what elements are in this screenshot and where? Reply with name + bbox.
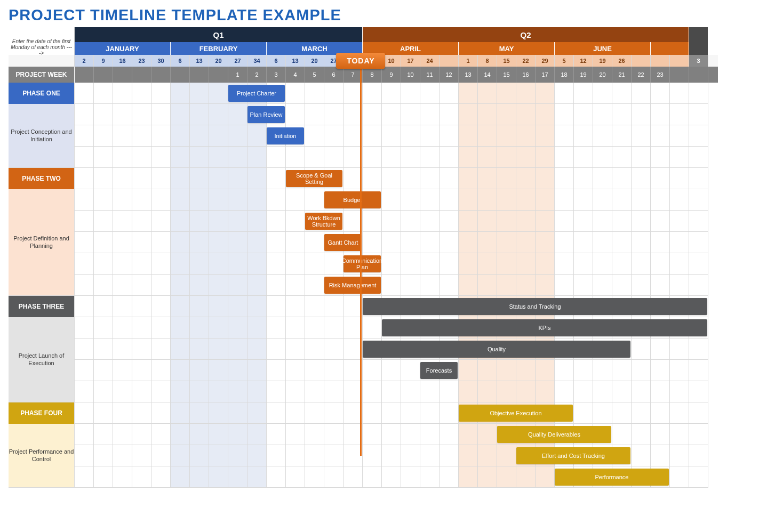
week-cell: 14	[478, 67, 497, 83]
week-cell	[171, 67, 190, 83]
task-bar[interactable]: Quality Deliverables	[497, 426, 611, 443]
day-cell: 19	[593, 55, 612, 67]
week-cell: 20	[593, 67, 612, 83]
day-cell	[670, 55, 689, 67]
day-cell	[651, 55, 670, 67]
quarter-header	[689, 27, 708, 42]
quarter-header: Q1	[75, 27, 363, 42]
week-cell: 6	[324, 67, 343, 83]
task-bar[interactable]: Quality	[363, 341, 630, 358]
task-bar[interactable]: Initiation	[267, 127, 304, 144]
day-cell: 13	[190, 55, 209, 67]
task-bar[interactable]: Project Charter	[228, 85, 285, 102]
day-cell: 26	[612, 55, 632, 67]
quarter-header: Q2	[363, 27, 689, 42]
month-header: JANUARY	[75, 42, 171, 55]
day-cell: 13	[286, 55, 305, 67]
day-cell: 8	[478, 55, 497, 67]
project-week-label: PROJECT WEEK	[9, 67, 75, 83]
week-cell: 22	[632, 67, 651, 83]
month-header: MAY	[459, 42, 555, 55]
week-cell: 4	[286, 67, 305, 83]
task-bar[interactable]: Objective Execution	[459, 405, 573, 422]
week-cell	[94, 67, 113, 83]
phase-header: PHASE THREE	[9, 296, 75, 317]
week-cell: 21	[612, 67, 632, 83]
week-cell: 3	[267, 67, 286, 83]
week-cell: 15	[497, 67, 516, 83]
month-header: JUNE	[555, 42, 651, 55]
week-cell: 5	[305, 67, 324, 83]
week-cell	[190, 67, 209, 83]
week-cell	[132, 67, 151, 83]
day-cell: 6	[267, 55, 286, 67]
day-cell: 34	[247, 55, 267, 67]
phase-header: PHASE TWO	[9, 168, 75, 189]
day-cell	[440, 55, 459, 67]
task-bar[interactable]: Gantt Chart	[324, 234, 362, 251]
week-cell: 8	[363, 67, 382, 83]
task-bar[interactable]: Work Bkdwn Structure	[305, 213, 342, 230]
day-cell	[632, 55, 651, 67]
week-cell: 16	[516, 67, 536, 83]
day-cell: 15	[497, 55, 516, 67]
day-cell: 1	[459, 55, 478, 67]
week-cell	[151, 67, 171, 83]
week-cell: 10	[401, 67, 420, 83]
task-bar[interactable]: Communication Plan	[343, 255, 381, 272]
week-cell	[113, 67, 132, 83]
today-label: TODAY	[336, 53, 385, 69]
day-cell: 30	[151, 55, 171, 67]
day-cell: 23	[132, 55, 151, 67]
week-cell	[209, 67, 228, 83]
day-cell: 5	[555, 55, 574, 67]
month-header	[689, 42, 708, 55]
week-cell: 13	[459, 67, 478, 83]
day-cell: 6	[171, 55, 190, 67]
day-cell: 9	[94, 55, 113, 67]
date-hint: Enter the date of the first Monday of ea…	[9, 27, 75, 67]
week-cell: 17	[536, 67, 555, 83]
week-cell: 11	[420, 67, 440, 83]
day-cell: 29	[536, 55, 555, 67]
month-header	[651, 42, 689, 55]
phase-header: PHASE ONE	[9, 83, 75, 104]
week-cell: 2	[247, 67, 267, 83]
task-bar[interactable]: Performance	[555, 469, 669, 486]
task-bar[interactable]: Risk Management	[324, 277, 381, 294]
week-cell: 23	[651, 67, 670, 83]
week-cell: 18	[555, 67, 574, 83]
day-cell: 20	[209, 55, 228, 67]
month-header: FEBRUARY	[171, 42, 267, 55]
day-cell: 20	[305, 55, 324, 67]
week-cell: 19	[574, 67, 593, 83]
phase-header: PHASE FOUR	[9, 402, 75, 424]
day-cell: 27	[228, 55, 247, 67]
day-cell: 2	[75, 55, 94, 67]
day-cell: 24	[420, 55, 440, 67]
page-title: PROJECT TIMELINE TEMPLATE EXAMPLE	[9, 6, 779, 24]
day-cell: 16	[113, 55, 132, 67]
day-cell: 17	[401, 55, 420, 67]
week-cell	[689, 67, 708, 83]
task-bar[interactable]: Forecasts	[420, 362, 458, 379]
week-cell: 1	[228, 67, 247, 83]
task-bar[interactable]: Effort and Cost Tracking	[516, 447, 630, 464]
week-cell	[670, 67, 689, 83]
task-bar[interactable]: Budget	[324, 191, 381, 208]
gantt-chart: Enter the date of the first Monday of ea…	[9, 27, 718, 488]
task-bar[interactable]: Status and Tracking	[363, 298, 707, 315]
week-cell: 9	[382, 67, 401, 83]
task-bar[interactable]: Scope & Goal Setting	[286, 170, 342, 187]
week-cell	[75, 67, 94, 83]
today-marker	[360, 55, 362, 456]
task-bar[interactable]: Plan Review	[247, 106, 285, 123]
day-cell: 22	[516, 55, 536, 67]
task-bar[interactable]: KPIs	[382, 319, 707, 336]
day-cell: 3	[689, 55, 708, 67]
week-cell: 12	[440, 67, 459, 83]
day-cell: 12	[574, 55, 593, 67]
